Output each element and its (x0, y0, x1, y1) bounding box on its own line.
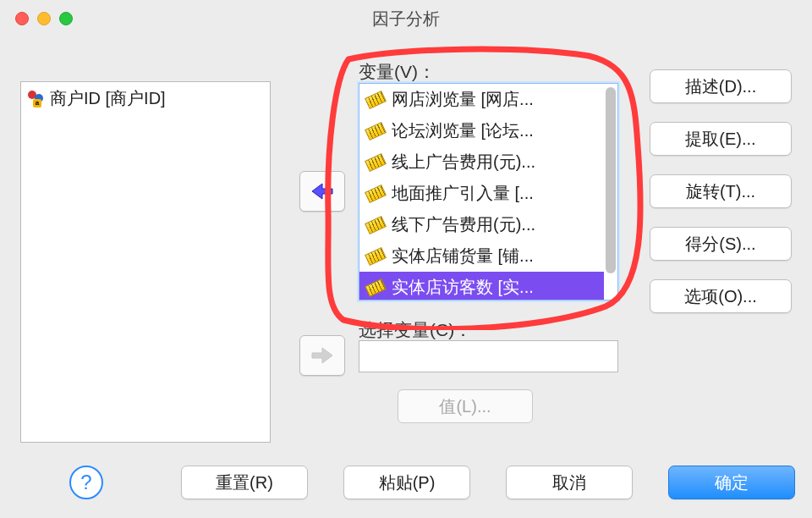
scores-button[interactable]: 得分(S)... (650, 227, 792, 261)
scrollbar-thumb[interactable] (606, 87, 616, 273)
list-item[interactable]: 线下广告费用(元)... (359, 209, 617, 240)
var-item-label: 实体店铺货量 [铺... (392, 245, 534, 267)
nominal-icon: a (28, 91, 45, 107)
scale-icon (365, 185, 387, 203)
move-variable-button[interactable] (299, 171, 345, 212)
titlebar: 因子分析 (0, 0, 812, 37)
list-item[interactable]: 实体店访客数 [实... (359, 272, 617, 300)
selection-variable-box[interactable] (359, 340, 618, 372)
source-variable-list[interactable]: a 商户ID [商户ID] (20, 81, 271, 443)
list-item[interactable]: 实体店铺货量 [铺... (359, 240, 617, 272)
var-item-label: 网店浏览量 [网店... (392, 88, 534, 111)
selection-variable-label: 选择变量(C)： (359, 318, 472, 342)
variables-label: 变量(V)： (359, 60, 436, 84)
var-item-label: 线下广告费用(元)... (392, 213, 535, 236)
scale-icon (365, 247, 387, 266)
options-button[interactable]: 选项(O)... (650, 279, 792, 313)
window-title: 因子分析 (0, 8, 812, 30)
help-button[interactable]: ? (69, 466, 103, 499)
list-item[interactable]: 线上广告费用(元)... (359, 146, 617, 178)
describe-button[interactable]: 描述(D)... (650, 69, 792, 103)
ok-button[interactable]: 确定 (668, 466, 795, 499)
reset-button[interactable]: 重置(R) (181, 466, 308, 499)
var-item-label: 实体店访客数 [实... (392, 276, 534, 299)
source-item-label: 商户ID [商户ID] (50, 87, 166, 110)
list-item[interactable]: a 商户ID [商户ID] (21, 82, 270, 115)
list-item[interactable]: 地面推广引入量 [... (359, 178, 617, 209)
arrow-right-icon (310, 346, 334, 365)
var-item-label: 论坛浏览量 [论坛... (392, 119, 534, 142)
scale-icon (365, 122, 387, 141)
list-item[interactable]: 网店浏览量 [网店... (359, 84, 617, 115)
variables-list[interactable]: 网店浏览量 [网店... 论坛浏览量 [论坛... 线上广告费用(元)... 地… (359, 83, 618, 300)
rotate-button[interactable]: 旋转(T)... (650, 174, 792, 208)
dialog-content: a 商户ID [商户ID] 变量(V)： 网店浏览量 [网店... 论坛浏览量 … (0, 37, 812, 518)
scale-icon (365, 153, 387, 172)
var-item-label: 线上广告费用(元)... (392, 151, 535, 174)
scale-icon (365, 278, 387, 297)
var-item-label: 地面推广引入量 [... (392, 182, 534, 205)
value-button: 值(L)... (398, 389, 533, 423)
arrow-left-icon (310, 182, 334, 201)
paste-button[interactable]: 粘贴(P) (343, 466, 470, 499)
scale-icon (365, 91, 387, 109)
cancel-button[interactable]: 取消 (506, 466, 633, 499)
move-selection-variable-button[interactable] (299, 335, 345, 376)
extract-button[interactable]: 提取(E)... (650, 122, 792, 156)
list-item[interactable]: 论坛浏览量 [论坛... (359, 115, 617, 146)
scale-icon (365, 216, 387, 234)
scrollbar[interactable] (604, 84, 617, 300)
